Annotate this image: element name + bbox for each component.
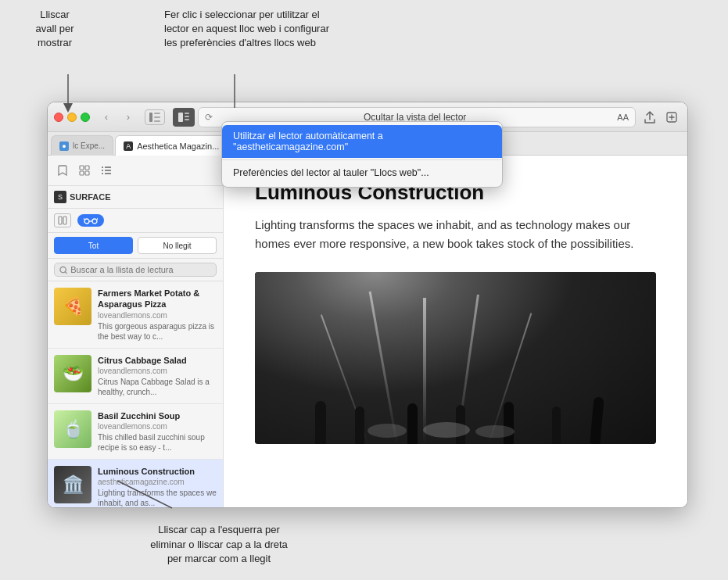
silhouette-5 <box>504 402 514 444</box>
item-domain-3: aestheticamagazine.com <box>98 478 217 486</box>
svg-rect-12 <box>85 171 89 175</box>
sidebar-header <box>48 156 223 186</box>
surface-label: SURFACE <box>70 192 111 202</box>
svg-rect-11 <box>80 171 84 175</box>
item-thumbnail-1: 🥗 <box>54 355 91 392</box>
list-item[interactable]: 🍵 Basil Zucchini Soup loveandlemons.com … <box>48 404 223 460</box>
sidebar: S SURFACE <box>48 156 224 507</box>
item-info-2: Basil Zucchini Soup loveandlemons.com Th… <box>98 410 217 453</box>
item-info-1: Citrus Cabbage Salad loveandlemons.com C… <box>98 355 217 397</box>
item-excerpt-2: This chilled basil zucchini soup recipe … <box>98 432 217 453</box>
filter-unread-button[interactable]: No llegit <box>138 237 217 254</box>
svg-rect-9 <box>80 166 84 170</box>
tab-favicon-aesthetica: A <box>124 141 133 151</box>
svg-rect-2 <box>154 116 160 118</box>
item-domain-0: loveandlemons.com <box>98 311 217 320</box>
bookmarks-icon[interactable] <box>54 162 71 179</box>
search-input[interactable] <box>70 265 211 274</box>
item-thumbnail-2: 🍵 <box>54 410 91 448</box>
list-item[interactable]: 🏛️ Luminous Construction aestheticamagaz… <box>48 460 223 507</box>
silhouette-7 <box>590 397 604 444</box>
article-body: Lighting transforms the spaces we inhabi… <box>255 216 656 253</box>
annotation-scroll-down: Lliscar avall per mostrar <box>16 8 94 51</box>
minimize-button[interactable] <box>67 113 77 122</box>
svg-point-22 <box>92 219 97 224</box>
list-item[interactable]: 🍕 Farmers Market Potato & Asparagus Pizz… <box>48 281 223 349</box>
silhouette-6 <box>552 406 561 444</box>
item-excerpt-0: This gorgeous asparagus pizza is the bes… <box>98 321 217 342</box>
silhouette-1 <box>315 401 326 444</box>
item-excerpt-1: Citrus Napa Cabbage Salad is a healthy, … <box>98 377 217 397</box>
item-title-3: Luminous Construction <box>98 466 217 477</box>
sidebar-top-icons <box>54 162 115 179</box>
dropdown-item-preferences[interactable]: Preferències del lector al tauler "Llocs… <box>222 162 502 184</box>
svg-rect-0 <box>149 113 152 122</box>
dropdown-item-use-reader[interactable]: Utilitzar el lector automàticament a "ae… <box>222 125 502 158</box>
new-tab-button[interactable] <box>662 108 681 127</box>
item-excerpt-3: Lighting transforms the spaces we inhabi… <box>98 488 217 507</box>
svg-rect-18 <box>105 173 111 174</box>
reading-list-toggle-row <box>48 209 223 233</box>
article-image <box>255 272 656 444</box>
search-row <box>48 259 223 281</box>
zoom-button[interactable] <box>81 113 90 122</box>
dropdown-divider <box>222 159 502 160</box>
item-title-0: Farmers Market Potato & Asparagus Pizza <box>98 288 217 310</box>
item-info-3: Luminous Construction aestheticamagazine… <box>98 466 217 507</box>
sidebar-toggle-button[interactable] <box>145 109 165 125</box>
svg-rect-16 <box>105 170 111 171</box>
light-spot-1 <box>368 424 407 438</box>
svg-rect-15 <box>102 170 103 171</box>
web-content: Luminous Construction Lighting transform… <box>224 156 687 507</box>
annotation-reader-click: Fer clic i seleccionar per utilitzar el … <box>164 8 399 51</box>
annotation-swipe: Lliscar cap a l'esquerra per eliminar o … <box>102 523 336 566</box>
sidebar-surface: S SURFACE <box>48 186 223 209</box>
content-area: S SURFACE <box>48 156 687 507</box>
silhouette-2 <box>355 406 364 444</box>
image-scene <box>255 272 656 444</box>
search-wrap <box>54 263 217 277</box>
reader-mode-button[interactable] <box>173 108 195 127</box>
svg-rect-10 <box>85 166 89 170</box>
item-domain-1: loveandlemons.com <box>98 367 217 375</box>
toolbar-right <box>640 108 681 127</box>
svg-rect-13 <box>102 166 103 168</box>
item-title-2: Basil Zucchini Soup <box>98 410 217 421</box>
svg-rect-4 <box>178 113 183 122</box>
list-item[interactable]: 🥗 Citrus Cabbage Salad loveandlemons.com… <box>48 349 223 404</box>
aa-label: AA <box>617 113 629 122</box>
reading-list-icon[interactable] <box>54 213 71 227</box>
svg-rect-3 <box>154 120 160 122</box>
tab-lc-exp[interactable]: ● lc Expe... <box>51 135 113 156</box>
svg-rect-17 <box>102 173 103 174</box>
item-info-0: Farmers Market Potato & Asparagus Pizza … <box>98 288 217 342</box>
svg-rect-5 <box>185 113 189 114</box>
search-icon <box>59 266 67 274</box>
list-icon[interactable] <box>98 162 115 179</box>
silhouette-3 <box>407 403 418 444</box>
filter-all-button[interactable]: Tot <box>54 237 133 254</box>
svg-rect-19 <box>59 217 62 224</box>
tab-label-aesthetica: Aesthetica Magazin... <box>137 141 219 151</box>
item-thumbnail-0: 🍕 <box>54 288 91 325</box>
glasses-icon-btn[interactable] <box>77 214 104 227</box>
share-button[interactable] <box>640 108 659 127</box>
dropdown-popup: Utilitzar el lector automàticament a "ae… <box>221 121 503 188</box>
traffic-lights <box>54 113 90 122</box>
item-domain-2: loveandlemons.com <box>98 422 217 431</box>
svg-point-21 <box>84 219 89 224</box>
svg-rect-1 <box>154 113 160 114</box>
tab-aesthetica[interactable]: A Aesthetica Magazin... <box>115 135 228 156</box>
item-thumbnail-3: 🏛️ <box>54 466 91 503</box>
item-title-1: Citrus Cabbage Salad <box>98 355 217 366</box>
back-button[interactable]: ‹ <box>98 109 115 126</box>
forward-button[interactable]: › <box>120 109 137 126</box>
filter-row: Tot No llegit <box>48 233 223 259</box>
grid-icon[interactable] <box>76 162 93 179</box>
tab-label-lc: lc Expe... <box>73 141 105 150</box>
surface-icon: S <box>54 191 66 203</box>
svg-rect-7 <box>185 119 189 120</box>
svg-rect-14 <box>105 166 111 168</box>
svg-rect-20 <box>63 217 66 224</box>
close-button[interactable] <box>54 113 63 122</box>
